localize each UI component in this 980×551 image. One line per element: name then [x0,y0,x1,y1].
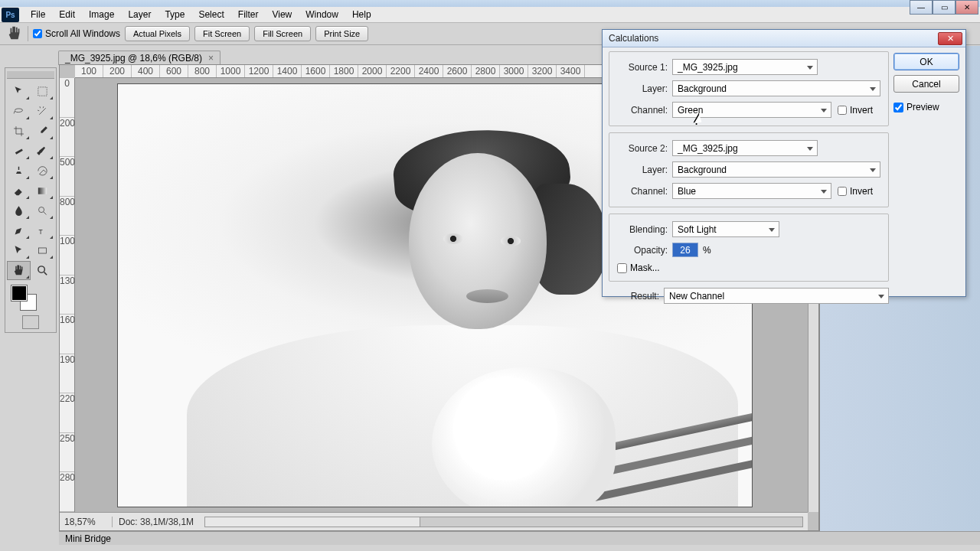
layer1-label: Layer: [617,83,668,94]
channel2-label: Channel: [617,186,668,197]
title-bar [0,0,980,7]
scroll-all-label: Scroll All Windows [45,28,120,39]
close-tab-icon[interactable]: × [208,53,214,64]
opacity-label: Opacity: [617,245,668,256]
result-label: Result: [609,291,659,302]
calculations-dialog: Calculations ✕ Source 1: _MG_3925.jpg La… [602,29,966,297]
magic-wand-tool[interactable] [31,102,55,121]
svg-point-6 [38,266,45,273]
lasso-tool[interactable] [7,102,31,121]
blur-tool[interactable] [7,201,31,220]
preview-checkbox[interactable]: Preview [893,102,959,112]
document-tab[interactable]: _MG_3925.jpg @ 18,6% (RGB/8) × [58,51,220,65]
bottom-panel-bar: Mini Bridge [59,531,980,545]
eyedropper-tool[interactable] [31,122,55,141]
zoom-level[interactable]: 18,57% [64,517,106,527]
svg-rect-2 [38,187,47,194]
pen-tool[interactable] [7,221,31,240]
history-brush-tool[interactable] [31,161,55,181]
mini-bridge-tab[interactable]: Mini Bridge [65,533,111,544]
maximize-button[interactable]: ▭ [933,0,956,15]
svg-rect-0 [38,87,47,96]
source1-label: Source 1: [617,62,668,73]
doc-size: Doc: 38,1M/38,1M [119,517,194,527]
ok-button[interactable]: OK [893,53,959,70]
opacity-percent: % [703,245,711,256]
svg-rect-1 [15,148,23,154]
fill-screen-button[interactable]: Fill Screen [254,26,311,41]
channel1-label: Channel: [617,105,668,116]
menu-select[interactable]: Select [191,7,230,22]
source1-select[interactable]: _MG_3925.jpg [672,59,818,75]
layer2-select[interactable]: Background [672,161,880,178]
svg-point-3 [39,207,44,213]
foreground-color-swatch[interactable] [11,285,28,302]
hand-tool-icon [6,25,23,42]
dialog-close-button[interactable]: ✕ [938,32,962,45]
mask-label: Mask... [630,262,660,273]
source1-group: Source 1: _MG_3925.jpg Layer: Background… [609,51,889,126]
menu-help[interactable]: Help [345,7,378,22]
zoom-tool[interactable] [31,261,55,280]
menu-filter[interactable]: Filter [231,7,266,22]
menu-window[interactable]: Window [299,7,345,22]
channel1-select[interactable]: Green [672,102,831,118]
horizontal-scrollbar[interactable] [204,517,803,527]
tools-panel: T [5,67,57,333]
minimize-button[interactable]: — [910,0,933,15]
hand-tool[interactable] [7,261,31,280]
vertical-ruler: 02005008001000130016001900220025002800 [60,78,75,512]
status-bar: 18,57% Doc: 38,1M/38,1M [60,512,808,530]
layer1-select[interactable]: Background [672,80,880,96]
menu-bar: Ps File Edit Image Layer Type Select Fil… [0,7,980,23]
gradient-tool[interactable] [31,181,55,201]
scroll-all-windows-checkbox[interactable]: Scroll All Windows [33,28,120,39]
blending-group: Blending: Soft Light Opacity: % Mask... [609,214,889,282]
source2-select[interactable]: _MG_3925.jpg [672,140,818,156]
eraser-tool[interactable] [7,181,31,201]
document-tab-label: _MG_3925.jpg @ 18,6% (RGB/8) [65,53,202,64]
opacity-input[interactable] [672,243,698,257]
result-select[interactable]: New Channel [664,288,889,304]
source2-group: Source 2: _MG_3925.jpg Layer: Background… [609,132,889,207]
healing-brush-tool[interactable] [7,142,31,161]
menu-layer[interactable]: Layer [121,7,158,22]
color-swatches[interactable] [7,285,54,312]
rectangle-tool[interactable] [31,241,55,260]
menu-image[interactable]: Image [82,7,121,22]
brush-tool[interactable] [31,142,55,161]
window-controls: — ▭ ✕ [910,0,978,15]
close-window-button[interactable]: ✕ [956,0,978,15]
move-tool[interactable] [7,82,31,101]
app-logo: Ps [2,8,19,22]
layer2-label: Layer: [617,165,668,175]
mask-checkbox[interactable] [617,263,627,273]
svg-text:T: T [39,228,43,236]
type-tool[interactable]: T [31,221,55,240]
menu-view[interactable]: View [265,7,299,22]
blending-select[interactable]: Soft Light [672,221,779,237]
menu-type[interactable]: Type [158,7,191,22]
crop-tool[interactable] [7,122,31,141]
cancel-button[interactable]: Cancel [893,75,959,93]
svg-rect-5 [39,248,47,253]
quick-mask-toggle[interactable] [7,315,54,329]
invert2-checkbox[interactable]: Invert [838,186,873,197]
document-tab-bar: _MG_3925.jpg @ 18,6% (RGB/8) × [58,51,220,65]
clone-stamp-tool[interactable] [7,161,31,181]
dodge-tool[interactable] [31,201,55,220]
source2-label: Source 2: [617,143,668,154]
menu-edit[interactable]: Edit [52,7,82,22]
rect-marquee-tool[interactable] [31,82,55,101]
invert1-checkbox[interactable]: Invert [838,105,873,116]
dialog-title[interactable]: Calculations [603,30,965,47]
tools-panel-grip[interactable] [7,71,54,79]
blending-label: Blending: [617,224,668,235]
channel2-select[interactable]: Blue [672,183,831,199]
print-size-button[interactable]: Print Size [315,26,368,41]
fit-screen-button[interactable]: Fit Screen [194,26,250,41]
actual-pixels-button[interactable]: Actual Pixels [125,26,190,41]
path-select-tool[interactable] [7,241,31,260]
menu-file[interactable]: File [24,7,52,22]
options-divider [28,26,28,41]
